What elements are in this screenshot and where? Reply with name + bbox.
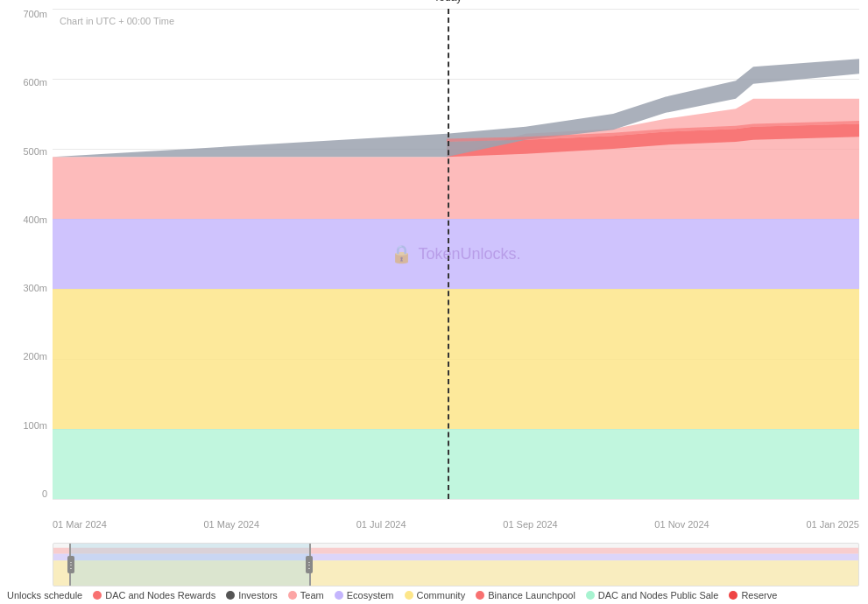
x-label-jul: 01 Jul 2024 bbox=[356, 519, 406, 530]
y-label-500: 500m bbox=[23, 146, 47, 157]
legend-dot-dac-nodes-public-sale bbox=[586, 591, 595, 600]
legend-item-team: Team bbox=[288, 590, 324, 600]
y-label-400: 400m bbox=[23, 214, 47, 225]
x-label-sep: 01 Sep 2024 bbox=[503, 519, 557, 530]
chart-area: Chart in UTC + 00:00 Time bbox=[53, 9, 859, 499]
legend-item-ecosystem: Ecosystem bbox=[335, 590, 394, 600]
legend-item-community: Community bbox=[405, 590, 466, 600]
minimap-handle-right[interactable] bbox=[306, 556, 313, 573]
y-label-100: 100m bbox=[23, 420, 47, 431]
y-axis: 700m 600m 500m 400m 300m 200m 100m 0 bbox=[0, 9, 53, 499]
svg-marker-3 bbox=[53, 99, 859, 219]
legend-dot-reserve bbox=[729, 591, 737, 600]
svg-marker-2 bbox=[53, 219, 859, 289]
legend-label-community: Community bbox=[417, 590, 466, 600]
legend-dot-ecosystem bbox=[335, 591, 343, 600]
legend-item-reserve: Reserve bbox=[729, 590, 777, 600]
legend-dot-community bbox=[405, 591, 413, 600]
minimap-selection[interactable] bbox=[69, 544, 311, 586]
legend-label-team: Team bbox=[300, 590, 324, 600]
svg-marker-0 bbox=[53, 429, 859, 499]
legend-label-binance-launchpool: Binance Launchpool bbox=[488, 590, 575, 600]
legend-item-binance-launchpool: Binance Launchpool bbox=[476, 590, 575, 600]
svg-marker-1 bbox=[53, 289, 859, 429]
y-label-0: 0 bbox=[42, 488, 47, 499]
minimap[interactable] bbox=[53, 543, 859, 586]
chart-svg bbox=[53, 9, 859, 499]
x-label-jan: 01 Jan 2025 bbox=[806, 519, 859, 530]
legend-dot-investors bbox=[226, 591, 235, 600]
legend-label-investors: Investors bbox=[238, 590, 278, 600]
x-label-may: 01 May 2024 bbox=[203, 519, 259, 530]
y-label-300: 300m bbox=[23, 283, 47, 293]
legend-item-unlocks-schedule: Unlocks schedule bbox=[7, 590, 82, 600]
x-label-nov: 01 Nov 2024 bbox=[654, 519, 709, 530]
legend-label-dac-nodes-rewards: DAC and Nodes Rewards bbox=[105, 590, 215, 600]
legend-item-investors: Investors bbox=[226, 590, 278, 600]
legend-label-unlocks-schedule: Unlocks schedule bbox=[7, 590, 82, 600]
x-axis: 01 Mar 2024 01 May 2024 01 Jul 2024 01 S… bbox=[53, 519, 859, 530]
legend-label-reserve: Reserve bbox=[741, 590, 777, 600]
today-label: Today bbox=[434, 0, 462, 4]
minimap-handle-left[interactable] bbox=[67, 556, 74, 573]
legend-label-dac-nodes-public-sale: DAC and Nodes Public Sale bbox=[598, 590, 719, 600]
legend-dot-dac-nodes-rewards bbox=[93, 591, 102, 600]
y-label-700: 700m bbox=[23, 9, 47, 19]
y-label-600: 600m bbox=[23, 77, 47, 88]
legend-label-ecosystem: Ecosystem bbox=[347, 590, 394, 600]
y-label-200: 200m bbox=[23, 351, 47, 362]
chart-container: 700m 600m 500m 400m 300m 200m 100m 0 Cha… bbox=[0, 0, 868, 604]
legend-item-dac-nodes-rewards: DAC and Nodes Rewards bbox=[93, 590, 215, 600]
x-label-mar: 01 Mar 2024 bbox=[53, 519, 107, 530]
today-line: Today bbox=[448, 9, 449, 499]
legend-item-dac-nodes-public-sale: DAC and Nodes Public Sale bbox=[586, 590, 719, 600]
legend-dot-team bbox=[288, 591, 297, 600]
legend: Unlocks schedule DAC and Nodes Rewards I… bbox=[0, 586, 868, 604]
legend-dot-binance-launchpool bbox=[476, 591, 484, 600]
